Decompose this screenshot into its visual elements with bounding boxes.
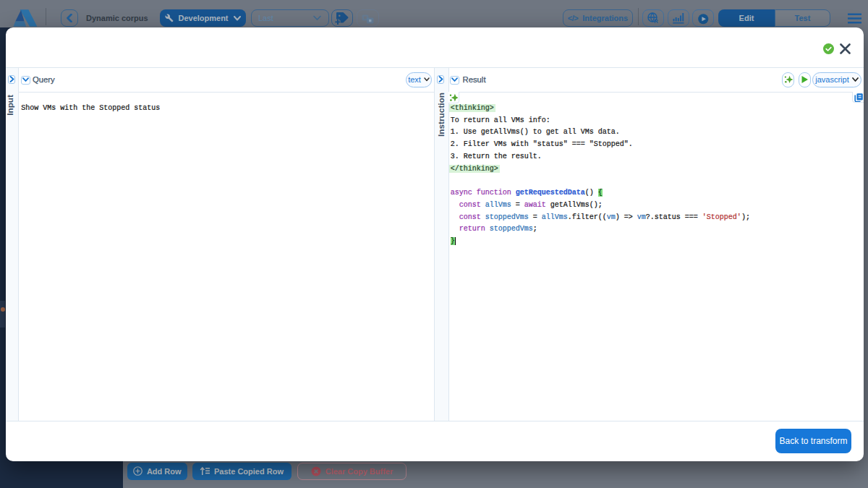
svg-text:R: R [654,18,658,24]
